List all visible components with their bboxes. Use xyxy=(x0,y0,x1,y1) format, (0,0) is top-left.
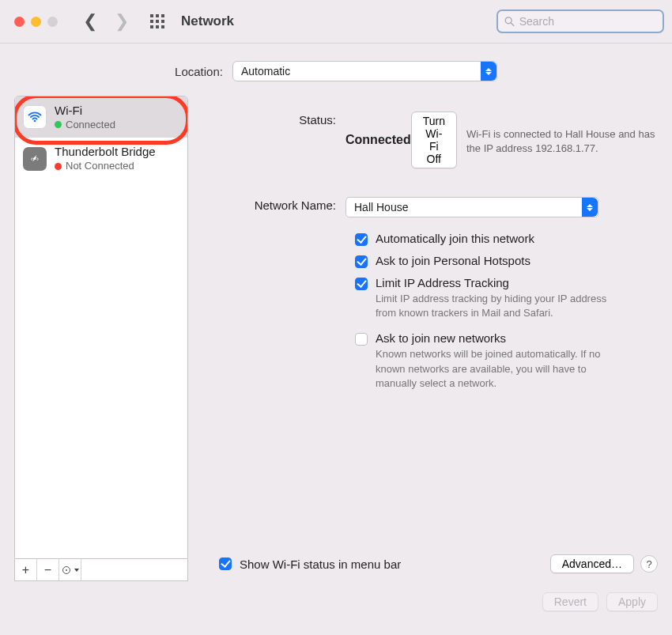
svg-text:‹··›: ‹··› xyxy=(31,156,39,163)
forward-button[interactable]: ❯ xyxy=(115,13,129,30)
ask-hotspots-checkbox[interactable] xyxy=(355,255,368,268)
ask-hotspots-label: Ask to join Personal Hotspots xyxy=(376,254,530,267)
limit-ip-checkbox[interactable] xyxy=(355,278,368,290)
close-window-button[interactable] xyxy=(14,17,25,27)
options-list: Automatically join this network Ask to j… xyxy=(355,232,624,399)
limit-ip-label: Limit IP Address Tracking xyxy=(376,276,624,289)
auto-join-label: Automatically join this network xyxy=(376,232,534,245)
chevron-updown-icon xyxy=(582,198,598,217)
sidebar-footer: + − xyxy=(14,559,188,581)
network-name-label: Network Name: xyxy=(200,197,345,212)
sidebar-item-status: Not Connected xyxy=(66,160,134,173)
svg-rect-0 xyxy=(150,14,153,17)
svg-rect-4 xyxy=(156,20,159,23)
sidebar-item-thunderbolt[interactable]: ‹··› Thunderbolt Bridge Not Connected xyxy=(15,138,187,179)
ask-new-label: Ask to join new networks xyxy=(376,331,624,345)
show-menubar-label: Show Wi-Fi status in menu bar xyxy=(240,558,550,571)
limit-ip-checkbox-row: Limit IP Address Tracking Limit IP addre… xyxy=(355,276,624,320)
svg-rect-6 xyxy=(150,25,153,28)
ask-new-checkbox[interactable] xyxy=(355,333,368,346)
network-name-row: Network Name: Hall House xyxy=(200,197,658,217)
remove-interface-button[interactable]: − xyxy=(37,559,59,580)
svg-rect-5 xyxy=(161,20,164,23)
window-footer: Revert Apply xyxy=(0,581,672,611)
sidebar-item-label: Wi-Fi xyxy=(55,103,115,119)
limit-ip-description: Limit IP address tracking by hiding your… xyxy=(376,292,624,320)
svg-rect-2 xyxy=(161,14,164,17)
titlebar: ❮ ❯ Network xyxy=(0,0,672,43)
sidebar: Wi-Fi Connected ‹··› Thunderbolt Bridge … xyxy=(14,96,188,581)
status-value: Connected xyxy=(345,133,411,147)
chevron-updown-icon xyxy=(481,62,496,81)
nav-arrows: ❮ ❯ xyxy=(83,13,129,30)
bottom-row: Show Wi-Fi status in menu bar Advanced… … xyxy=(200,554,658,581)
location-label: Location: xyxy=(175,65,223,78)
network-name-select[interactable]: Hall House xyxy=(345,197,598,217)
network-name-value: Hall House xyxy=(354,201,408,214)
help-button[interactable]: ? xyxy=(640,555,658,573)
ask-new-description: Known networks will be joined automatica… xyxy=(376,347,624,391)
search-input[interactable] xyxy=(519,15,656,28)
status-dot-icon xyxy=(55,121,62,128)
sidebar-item-wifi[interactable]: Wi-Fi Connected xyxy=(15,96,187,138)
status-description: Wi-Fi is connected to Hall House and has… xyxy=(466,127,658,156)
thunderbolt-icon: ‹··› xyxy=(23,147,47,171)
svg-rect-7 xyxy=(156,25,159,28)
status-row: Status: Connected Turn Wi-Fi Off Wi-Fi i… xyxy=(200,112,658,168)
search-field[interactable] xyxy=(496,9,664,33)
location-value: Automatic xyxy=(241,65,290,77)
window-title: Network xyxy=(181,13,234,29)
show-menubar-checkbox[interactable] xyxy=(219,558,232,570)
auto-join-checkbox-row: Automatically join this network xyxy=(355,232,624,246)
interface-actions-button[interactable] xyxy=(59,559,81,580)
add-interface-button[interactable]: + xyxy=(15,559,37,580)
traffic-lights xyxy=(14,17,58,27)
main-content: Wi-Fi Connected ‹··› Thunderbolt Bridge … xyxy=(0,96,672,581)
wifi-icon xyxy=(23,105,47,129)
revert-button[interactable]: Revert xyxy=(542,592,598,611)
sidebar-item-label: Thunderbolt Bridge xyxy=(55,144,156,160)
svg-point-11 xyxy=(34,120,36,123)
svg-point-14 xyxy=(66,569,67,571)
back-button[interactable]: ❮ xyxy=(83,13,97,30)
detail-pane: Status: Connected Turn Wi-Fi Off Wi-Fi i… xyxy=(200,96,658,581)
minimize-window-button[interactable] xyxy=(31,17,41,27)
ask-new-checkbox-row: Ask to join new networks Known networks … xyxy=(355,331,624,391)
ask-hotspots-checkbox-row: Ask to join Personal Hotspots xyxy=(355,254,624,268)
location-select[interactable]: Automatic xyxy=(232,61,497,81)
svg-line-10 xyxy=(511,23,514,26)
turn-wifi-off-button[interactable]: Turn Wi-Fi Off xyxy=(411,112,457,168)
zoom-window-button[interactable] xyxy=(47,17,58,27)
svg-rect-1 xyxy=(156,14,159,17)
sidebar-footer-spacer xyxy=(81,559,187,580)
auto-join-checkbox[interactable] xyxy=(355,233,368,246)
svg-rect-3 xyxy=(150,20,153,23)
search-icon xyxy=(504,16,515,27)
interface-list: Wi-Fi Connected ‹··› Thunderbolt Bridge … xyxy=(14,96,188,559)
gear-menu-icon xyxy=(62,565,71,575)
status-dot-icon xyxy=(55,163,62,170)
sidebar-item-status: Connected xyxy=(66,119,115,132)
show-all-button[interactable] xyxy=(149,13,165,29)
location-row: Location: Automatic xyxy=(0,43,672,96)
status-label: Status: xyxy=(200,112,345,127)
svg-rect-8 xyxy=(161,25,164,28)
advanced-button[interactable]: Advanced… xyxy=(550,554,634,573)
apply-button[interactable]: Apply xyxy=(606,592,658,611)
